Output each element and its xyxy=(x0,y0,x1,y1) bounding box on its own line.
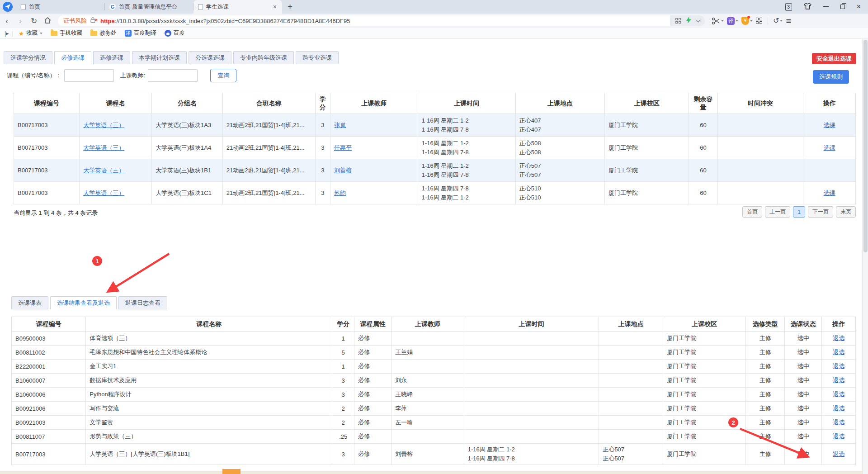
record-summary: 当前显示 1 到 4 条，共 4 条记录 xyxy=(14,209,98,217)
qr-code-icon[interactable] xyxy=(675,18,681,24)
screenshot-scissors-button[interactable] xyxy=(712,17,724,25)
browser-tab-student-course[interactable]: 学生选课 × xyxy=(193,0,282,14)
tab-result-1[interactable]: 选课结果查看及退选 xyxy=(50,296,117,309)
class-time: 1-16周 星期二 1-2 xyxy=(422,139,512,148)
chevron-down-icon[interactable] xyxy=(696,18,701,23)
money-shield-icon: ¥ xyxy=(741,17,749,25)
withdraw-link[interactable]: 退选 xyxy=(833,377,844,384)
tab-course-0[interactable]: 选课学分情况 xyxy=(4,51,52,64)
column-header: 上课教师 xyxy=(330,93,418,114)
browser-tab-home[interactable]: 首页 xyxy=(16,0,105,14)
restore-button[interactable] xyxy=(840,5,845,9)
browser-tab-title: 学生选课 xyxy=(206,3,269,11)
scrollbar-thumb[interactable] xyxy=(863,40,868,252)
column-header: 上课时间 xyxy=(418,93,515,114)
withdraw-link[interactable]: 退选 xyxy=(833,419,844,426)
bookmark-mobile-favorites[interactable]: 手机收藏 xyxy=(48,29,85,37)
page-favicon-icon xyxy=(198,4,203,10)
page-scrollbar[interactable] xyxy=(862,39,868,474)
new-tab-button[interactable]: + xyxy=(282,2,298,12)
course-name: 数据库技术及应用 xyxy=(90,377,137,384)
remaining-capacity: 60 xyxy=(700,144,706,151)
course-attribute: 必修 xyxy=(358,363,370,370)
teacher-link[interactable]: 任惠平 xyxy=(334,144,352,151)
course-name-link[interactable]: 大学英语（三） xyxy=(83,122,124,128)
speed-lightning-icon[interactable] xyxy=(686,17,691,25)
withdraw-link[interactable]: 退选 xyxy=(833,335,844,341)
pager-button-1[interactable]: 上一页 xyxy=(765,206,790,218)
class-location: 正心510 xyxy=(519,193,601,202)
course-name: 形势与政策（三） xyxy=(90,433,137,440)
home-icon[interactable] xyxy=(41,17,54,25)
collapse-bookmarks-icon[interactable]: |▸ xyxy=(5,30,9,37)
tab-course-4[interactable]: 公选课选课 xyxy=(189,51,231,64)
withdraw-link[interactable]: 退选 xyxy=(833,433,844,440)
browser-logo-icon[interactable] xyxy=(3,2,13,12)
certificate-risk-label[interactable]: 证书风险 xyxy=(63,17,87,25)
class-time: 1-16周 星期二 1-2 xyxy=(422,193,512,202)
theme-shirt-icon[interactable] xyxy=(804,3,811,11)
tab-count-badge[interactable]: 3 xyxy=(785,3,792,11)
teacher-link[interactable]: 刘善榕 xyxy=(334,167,352,174)
course-name-link[interactable]: 大学英语（三） xyxy=(83,190,124,196)
column-header: 合班名称 xyxy=(222,93,315,114)
undo-button[interactable]: ↺ xyxy=(773,17,783,24)
select-course-link[interactable]: 选课 xyxy=(824,122,835,128)
refresh-icon[interactable]: ↻ xyxy=(27,17,41,25)
tab-result-0[interactable]: 选课课表 xyxy=(11,296,48,309)
tab-course-1[interactable]: 必修选课 xyxy=(54,51,91,64)
apps-grid-icon[interactable] xyxy=(756,18,763,24)
wallet-shield-button[interactable]: ¥ xyxy=(741,17,753,25)
withdraw-link[interactable]: 退选 xyxy=(833,349,844,356)
course-code: B00921003 xyxy=(15,419,46,426)
course-name: 文学鉴赏 xyxy=(90,419,113,426)
teacher-link[interactable]: 苏韵 xyxy=(334,190,346,196)
withdraw-link[interactable]: 退选 xyxy=(833,450,844,457)
bookmark-baidu-translate[interactable]: 译 百度翻译 xyxy=(122,29,159,37)
back-icon[interactable]: ‹ xyxy=(0,17,14,25)
teacher-filter-input[interactable] xyxy=(148,69,198,82)
select-course-link[interactable]: 选课 xyxy=(824,190,835,196)
pager-button-0[interactable]: 首页 xyxy=(742,206,762,218)
bookmark-academic-office[interactable]: 教务处 xyxy=(88,29,119,37)
tab-course-6[interactable]: 跨专业选课 xyxy=(296,51,339,64)
tab-course-3[interactable]: 本学期计划选课 xyxy=(132,51,187,64)
tab-result-2[interactable]: 退课日志查看 xyxy=(118,296,167,309)
course-attribute: 必修 xyxy=(358,377,370,384)
pager-button-4[interactable]: 末页 xyxy=(836,206,856,218)
course-name-link[interactable]: 大学英语（三） xyxy=(83,144,124,151)
teacher: 刘善榕 xyxy=(395,450,413,457)
favorites-menu[interactable]: ★ 收藏 xyxy=(16,29,46,37)
course-filter-input[interactable] xyxy=(64,69,114,82)
browser-tab-platform[interactable]: G 首页-质量管理信息平台 xyxy=(105,0,193,14)
tab-course-5[interactable]: 专业内跨年级选课 xyxy=(233,51,294,64)
withdraw-link[interactable]: 退选 xyxy=(833,405,844,412)
safe-logout-button[interactable]: 安全退出选课 xyxy=(812,53,856,64)
select-course-link[interactable]: 选课 xyxy=(824,144,835,151)
close-button[interactable]: × xyxy=(857,3,861,10)
withdraw-link[interactable]: 退选 xyxy=(833,391,844,398)
column-header: 选课状态 xyxy=(785,317,822,332)
query-button[interactable]: 查询 xyxy=(210,69,236,82)
minimize-button[interactable] xyxy=(823,6,829,7)
course-code: B10600006 xyxy=(15,391,46,398)
bookmark-baidu[interactable]: 百度 xyxy=(162,29,188,37)
campus: 厦门工学院 xyxy=(667,363,696,370)
caret-down-icon xyxy=(780,20,783,22)
credits: 3 xyxy=(321,167,324,174)
course-name-link[interactable]: 大学英语（三） xyxy=(83,167,124,174)
course-name: Python程序设计 xyxy=(90,391,131,398)
translate-button[interactable]: 译 xyxy=(727,17,738,25)
tab-close-icon[interactable]: × xyxy=(272,3,278,10)
column-header: 课程属性 xyxy=(354,317,391,332)
selection-rules-button[interactable]: 选课规则 xyxy=(813,70,849,84)
forward-icon[interactable]: › xyxy=(14,17,27,25)
teacher-link[interactable]: 张岚 xyxy=(334,122,346,128)
pager-button-3[interactable]: 下一页 xyxy=(808,206,833,218)
url-field[interactable]: 证书风险 https://10.0.3.88/jsxsd/xsxk/xsxk_i… xyxy=(58,15,705,26)
tab-course-2[interactable]: 选修选课 xyxy=(93,51,130,64)
withdraw-link[interactable]: 退选 xyxy=(833,363,844,370)
menu-hamburger-icon[interactable]: ≡ xyxy=(786,16,791,25)
pager-button-2[interactable]: 1 xyxy=(793,206,805,218)
course-code: B10600007 xyxy=(15,377,46,384)
